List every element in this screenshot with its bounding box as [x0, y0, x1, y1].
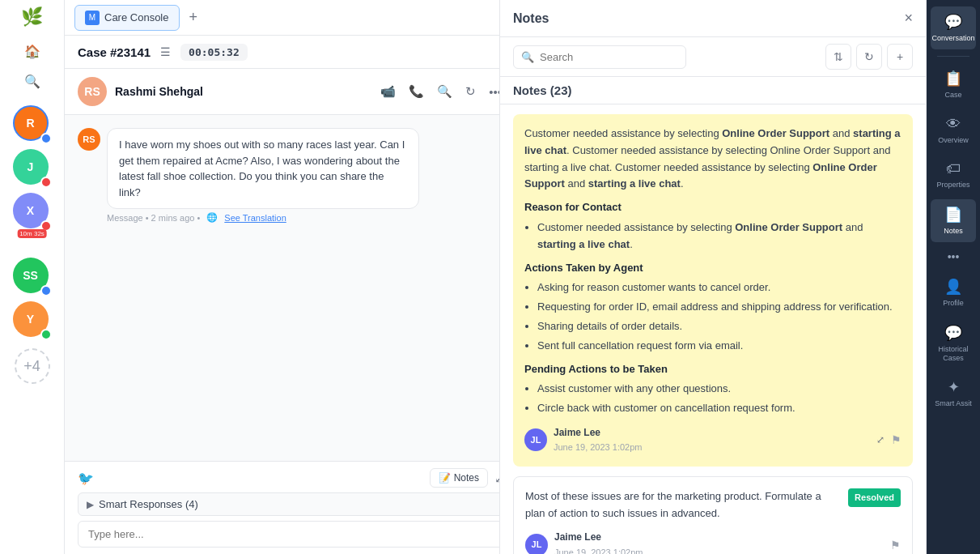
right-sidebar: 💬 Conversation 📋 Case 👁 Overview 🏷 Prope…	[927, 0, 980, 554]
overview-icon: 👁	[946, 116, 961, 133]
sidebar-item-label: Conversation	[931, 34, 974, 43]
conversation-icon: 💬	[944, 13, 962, 31]
notes-button[interactable]: 📝 Notes	[430, 468, 488, 488]
sidebar-divider	[937, 56, 969, 57]
message-content: I have worn my shoes out with so many ra…	[107, 128, 419, 209]
twitter-icon: 🐦	[78, 471, 94, 486]
sidebar-item-smart-assist[interactable]: ✦ Smart Assit	[931, 372, 976, 415]
avatar-initials: J	[28, 160, 34, 173]
message-input[interactable]	[78, 521, 505, 548]
note-action-item: Asking for reason customer wants to canc…	[537, 279, 902, 296]
search-icon[interactable]: 🔍	[19, 69, 45, 94]
status-badge	[40, 133, 52, 144]
note-section-title: Reason for Contact	[524, 199, 902, 216]
sidebar-item-profile[interactable]: 👤 Profile	[931, 271, 976, 314]
notes-refresh-button[interactable]: ↻	[856, 44, 882, 70]
avatar-initials: Y	[27, 313, 34, 326]
sidebar-item-label: Properties	[936, 181, 969, 190]
message-meta: Message • 2 mins ago • 🌐 See Translation	[107, 212, 419, 223]
note-section-title: Pending Actions to be Taken	[524, 361, 902, 378]
notes-sort-button[interactable]: ⇅	[825, 44, 851, 70]
note-date: June 19, 2023 1:02pm	[554, 546, 884, 554]
sidebar-item-case[interactable]: 📋 Case	[931, 63, 976, 106]
chevron-right-icon: ▶	[87, 499, 94, 510]
smart-responses-bar[interactable]: ▶ Smart Responses (4)	[78, 492, 505, 516]
avatar-item[interactable]: R	[13, 105, 52, 144]
menu-icon[interactable]: ☰	[160, 45, 171, 58]
notes-close-button[interactable]: ×	[904, 10, 913, 27]
message-timestamp: Message • 2 mins ago •	[107, 213, 200, 223]
chat-header: RS Rashmi Shehgal 📹 📞 🔍 ↻ •••	[65, 69, 518, 115]
chat-messages: RS I have worn my shoes out with so many…	[65, 115, 518, 461]
notes-panel-title: Notes	[513, 11, 549, 26]
add-tab-button[interactable]: +	[189, 9, 198, 26]
message-avatar: RS	[78, 128, 100, 151]
sidebar-item-overview[interactable]: 👁 Overview	[931, 109, 976, 151]
note-author-info: Jaime Lee June 19, 2023 1:02pm	[554, 425, 870, 455]
sidebar-item-properties[interactable]: 🏷 Properties	[931, 154, 976, 196]
sidebar-item-label: Profile	[943, 299, 964, 308]
sidebar-item-label: Overview	[938, 136, 969, 145]
note-footer: JL Jaime Lee June 19, 2023 1:02pm ⤢ ⚑	[524, 425, 902, 455]
note-section-title: Actions Taken by Agent	[524, 260, 902, 277]
add-conversation-button[interactable]: +4	[15, 348, 50, 384]
notes-panel-header: Notes ×	[500, 0, 926, 37]
logo: 🌿	[21, 6, 43, 28]
notes-search-icon: 🔍	[521, 51, 534, 63]
notes-action-buttons: ⇅ ↻ +	[825, 44, 913, 70]
note-reason-list: Customer needed assistance by selecting …	[524, 219, 902, 254]
note-action-item: Sent full cancellation request form via …	[537, 338, 902, 355]
more-icon[interactable]: •••	[943, 245, 965, 268]
smart-assist-icon: ✦	[948, 378, 960, 396]
refresh-button[interactable]: ↻	[462, 81, 479, 102]
globe-icon: 🌐	[206, 212, 218, 223]
avatar-initials: SS	[23, 269, 38, 282]
note-pending-list: Assist customer with any other questions…	[524, 381, 902, 417]
note-card: Customer needed assistance by selecting …	[513, 114, 913, 467]
note-expand-icon[interactable]: ⤢	[876, 433, 885, 448]
see-translation-link[interactable]: See Translation	[224, 213, 286, 223]
case-number: Case #23141	[78, 45, 151, 59]
avatar-item[interactable]: SS	[13, 258, 52, 296]
note-author-avatar: JL	[524, 428, 547, 451]
sidebar-item-label: Case	[944, 91, 961, 100]
status-badge	[40, 177, 52, 188]
note-flag-icon[interactable]: ⚑	[891, 431, 902, 449]
note-text: Most of these issues are for the marketi…	[525, 488, 842, 522]
home-icon[interactable]: 🏠	[19, 39, 45, 64]
smart-responses-label: Smart Responses (4)	[99, 498, 198, 510]
video-call-button[interactable]: 📹	[377, 81, 399, 102]
sidebar-item-historical-cases[interactable]: 💬 Historical Cases	[931, 317, 976, 369]
chat-actions: 📹 📞 🔍 ↻ •••	[377, 81, 505, 102]
sidebar-item-notes[interactable]: 📄 Notes	[931, 199, 976, 242]
avatar-item[interactable]: X 10m 32s	[13, 193, 52, 232]
note-author-info: Jaime Lee June 19, 2023 1:02pm	[554, 530, 884, 554]
notes-add-button[interactable]: +	[887, 44, 913, 70]
message-text: I have worn my shoes out with so many ra…	[119, 138, 405, 198]
chat-footer: 🐦 📝 Notes ⤢ ▶ Smart Responses (4)	[65, 461, 518, 554]
note-author-avatar: JL	[525, 534, 548, 554]
sidebar-item-conversation[interactable]: 💬 Conversation	[931, 6, 976, 49]
resolved-badge: Resolved	[848, 488, 901, 508]
tab-icon: M	[85, 11, 100, 25]
notes-search-bar: 🔍 ⇅ ↻ +	[500, 37, 926, 77]
notes-search-input[interactable]	[513, 45, 686, 69]
left-content: RS Rashmi Shehgal 📹 📞 🔍 ↻ •••	[65, 69, 518, 554]
notes-search-wrapper: 🔍	[513, 45, 819, 69]
tab-label: Care Console	[104, 11, 169, 23]
avatar-item[interactable]: J	[13, 149, 52, 188]
note-card: Most of these issues are for the marketi…	[513, 476, 913, 554]
care-console-tab[interactable]: M Care Console	[74, 5, 180, 31]
search-chat-button[interactable]: 🔍	[434, 81, 456, 102]
notes-label: Notes	[454, 472, 479, 484]
footer-actions: 🐦 📝 Notes ⤢	[78, 468, 505, 488]
avatar-initials: R	[26, 117, 34, 130]
note-actions-list: Asking for reason customer wants to canc…	[524, 279, 902, 354]
notes-panel: Notes × 🔍 ⇅ ↻ + Notes (23) Customer need…	[499, 0, 927, 554]
note-author-name: Jaime Lee	[554, 425, 870, 441]
avatar-item[interactable]: Y	[13, 301, 52, 340]
note-flag-icon[interactable]: ⚑	[890, 536, 901, 554]
phone-button[interactable]: 📞	[405, 81, 427, 102]
avatar-sidebar: 🌿 🏠 🔍 R J X 10m 32s SS	[0, 0, 65, 554]
avatar-initials: X	[27, 204, 34, 217]
